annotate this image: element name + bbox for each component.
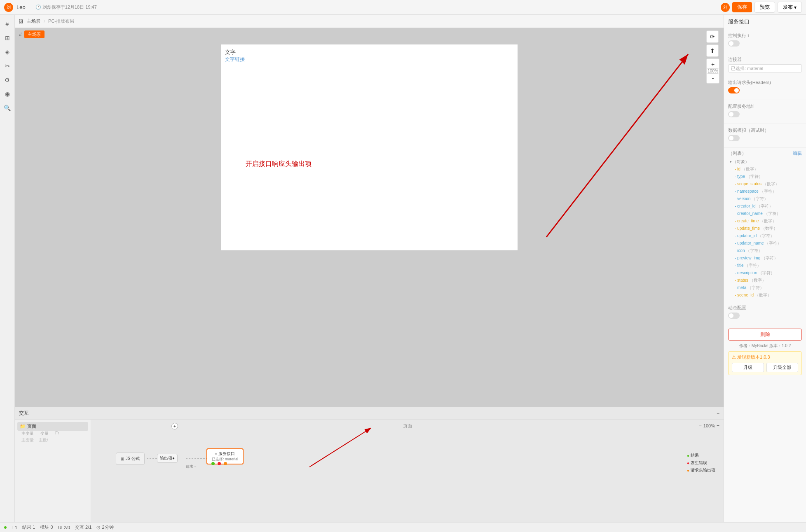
flow-node-calc[interactable]: ⊞ JS 公式 — [116, 453, 145, 465]
flow-zoom-minus[interactable]: − — [699, 423, 702, 429]
flow-zoom-plus[interactable]: + — [717, 423, 719, 429]
stat-modules: 模块 0 — [40, 524, 53, 530]
svg-line-1 — [546, 54, 688, 237]
canvas-link-text[interactable]: 文字链接 — [225, 56, 245, 63]
preview-button[interactable]: 预览 — [754, 2, 775, 13]
right-panel-title: 服务接口 — [724, 15, 806, 29]
control-exec-section: 控制执行 ℹ — [724, 29, 806, 53]
zoom-plus-button[interactable]: + — [707, 60, 719, 69]
control-exec-toggle-wrap — [728, 40, 802, 48]
ts-icon: - icon （字符） — [730, 247, 802, 254]
flow-canvas-label: 页面 — [403, 423, 412, 429]
bottom-flow-canvas: + 页面 − 100% + ⊞ JS 公式 — [91, 420, 724, 522]
flow-line-svg — [91, 420, 724, 522]
flow-zoom-controls: − 100% + — [699, 423, 719, 429]
config-service-label: 配置服务地址 — [728, 103, 802, 110]
tree-item-label: 页面 — [27, 423, 36, 429]
canvas-toolbar: 🖼 主场景 / PC-排版布局 — [15, 15, 724, 28]
stat-results: 结果 1 — [22, 524, 35, 530]
component-tag: 主场景 — [24, 30, 45, 38]
flow-node-output[interactable]: 输出项● — [157, 454, 178, 463]
debug-mode-toggle[interactable] — [728, 135, 740, 141]
ts-update-time: - update_time （数字） — [730, 225, 802, 232]
zoom-box: + 100% - — [706, 58, 719, 84]
ts-creator-id: - creator_id （字符） — [730, 203, 802, 210]
sidebar-icon-layers[interactable]: ◈ — [2, 46, 13, 58]
topbar: 刘 Leo 🕐 刘磊保存于12月18日 19:47 刘 保存 预览 发布 ▾ — [0, 0, 806, 15]
flow-result-item-3: ● 请求头输出项 — [687, 467, 715, 473]
avatar: 刘 — [4, 3, 13, 12]
canvas-frame: 文字 文字链接 — [221, 44, 518, 250]
upgrade-box: ⚠ 发现新版本1.0.3 升级 升级全部 — [728, 351, 802, 375]
add-node-button[interactable]: + — [171, 423, 178, 429]
collapse-button[interactable]: − — [717, 411, 719, 416]
debug-mode-toggle-wrap — [728, 135, 802, 142]
icon-sidebar: # ⊞ ◈ ✂ ⚙ ◉ 🔍 — [0, 15, 15, 522]
prop-row: 主变量 主数/ — [17, 436, 88, 444]
bottom-panel-header: 交互 − — [15, 407, 724, 420]
ts-creator-name: - creator_name （字符） — [730, 210, 802, 217]
flow-node-service[interactable]: ≡ 服务接口 已选择: material — [206, 448, 244, 464]
hash-label: # — [19, 32, 22, 37]
canvas-ctrl-refresh[interactable]: ⟳ — [706, 30, 719, 43]
zoom-minus-button[interactable]: - — [707, 73, 719, 82]
edit-button[interactable]: 编辑 — [793, 150, 802, 156]
ts-id: - id （数字） — [730, 166, 802, 173]
output-headers-toggle[interactable] — [728, 87, 740, 93]
stat-level: L1 — [12, 525, 17, 530]
response-structure-section: （列表） 编辑 ▾ （对象） - id （数字） - type （字符） - s… — [724, 148, 806, 301]
sidebar-icon-circle[interactable]: ◉ — [2, 88, 13, 100]
dynamic-config-label: 动态配置 — [728, 305, 802, 311]
delete-button[interactable]: 删除 — [728, 329, 802, 341]
bottom-interaction-panel: 交互 − 📁 页面 主变量 变量 Fr 主变量 — [15, 407, 724, 522]
toggle-knob-2 — [734, 88, 739, 93]
sidebar-icon-hashtag[interactable]: # — [2, 18, 13, 30]
dynamic-config-toggle[interactable] — [728, 313, 740, 319]
sidebar-icon-search[interactable]: 🔍 — [2, 102, 13, 114]
ts-namespace: - namespace （字符） — [730, 188, 802, 195]
right-panel-bottom-buttons: 删除 作者：MyBricks 版本：1.0.2 ⚠ 发现新版本1.0.3 升级 … — [724, 325, 806, 378]
dynamic-config-section: 动态配置 — [724, 301, 806, 325]
debug-mode-label: 数据模拟（调试时） — [728, 127, 802, 133]
output-headers-toggle-wrap — [728, 87, 802, 95]
sidebar-icon-grid[interactable]: ⊞ — [2, 32, 13, 44]
ts-title: - title （字符） — [730, 262, 802, 269]
publish-button[interactable]: 发布 ▾ — [778, 2, 802, 13]
save-button[interactable]: 保存 — [732, 2, 752, 12]
status-dot — [4, 526, 7, 529]
ts-updator-id: - updator_id （字符） — [730, 232, 802, 240]
canvas-ctrl-upload[interactable]: ⬆ — [706, 44, 719, 57]
tree-item-page[interactable]: 📁 页面 — [17, 422, 88, 431]
dot-output — [224, 462, 227, 465]
sidebar-icon-settings[interactable]: ⚙ — [2, 74, 13, 86]
canvas-text-block: 文字 文字链接 — [225, 49, 245, 63]
toggle-knob-4 — [729, 136, 733, 140]
flow-result-block: ● 结果 ● 发生错误 ● 请求头输出项 — [687, 453, 715, 475]
config-service-toggle[interactable] — [728, 111, 740, 117]
sidebar-icon-scissors[interactable]: ✂ — [2, 60, 13, 72]
topbar-right: 刘 保存 预览 发布 ▾ — [721, 2, 802, 13]
toggle-knob — [729, 41, 733, 46]
app-title: Leo — [16, 4, 26, 10]
stat-time: ◷ 2分钟 — [96, 524, 113, 530]
ts-meta: - meta （字符） — [730, 284, 802, 292]
ts-type: - type （字符） — [730, 173, 802, 180]
folder-icon: 📁 — [20, 424, 26, 429]
upgrade-button[interactable]: 升级 — [732, 363, 764, 372]
bottom-content: 📁 页面 主变量 变量 Fr 主变量 主数/ — [15, 420, 724, 522]
canvas-content: # 主场景 文字 文字链接 开启接口响应头输出项 ⟳ ⬆ — [15, 28, 724, 407]
connector-input[interactable] — [728, 64, 802, 72]
response-structure-header: （列表） 编辑 — [728, 150, 802, 156]
right-panel: 服务接口 控制执行 ℹ 连接器 输出请求头(Headers) — [724, 15, 806, 522]
upgrade-all-button[interactable]: 升级全部 — [766, 363, 799, 372]
service-node-name: 服务接口 — [218, 451, 235, 457]
topbar-left: 刘 Leo 🕐 刘磊保存于12月18日 19:47 — [4, 3, 97, 12]
canvas-controls: ⟳ ⬆ + 100% - — [706, 30, 719, 84]
canvas-layout-label: PC-排版布局 — [48, 18, 74, 24]
toggle-knob-3 — [729, 112, 733, 117]
flow-result-item-2: ● 发生错误 — [687, 460, 715, 466]
interaction-title: 交互 — [19, 410, 29, 417]
service-node-sub: 已选择: material — [212, 457, 238, 462]
canvas-component-header: # 主场景 — [19, 30, 45, 38]
control-exec-toggle[interactable] — [728, 40, 740, 47]
